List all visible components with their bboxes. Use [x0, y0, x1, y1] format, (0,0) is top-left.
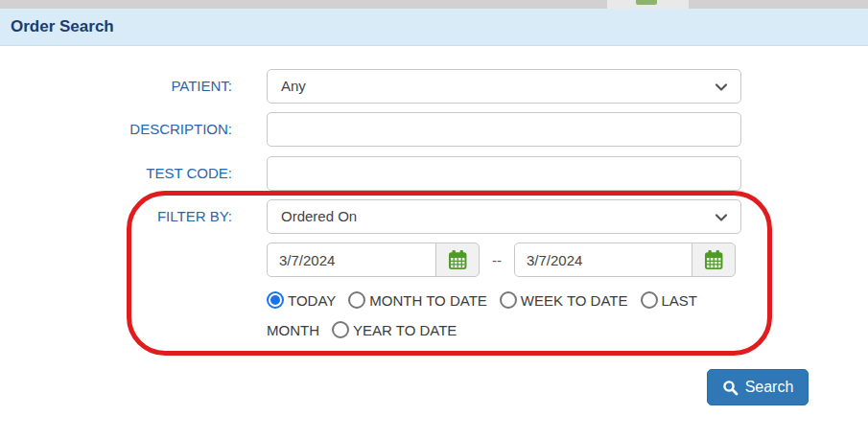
patient-row: PATIENT: Any — [0, 69, 868, 104]
test-code-input[interactable] — [267, 156, 741, 191]
patient-label: PATIENT: — [0, 69, 232, 104]
search-button[interactable]: Search — [707, 369, 809, 405]
description-input[interactable] — [267, 112, 741, 147]
date-to-input[interactable] — [514, 243, 692, 277]
test-code-row: TEST CODE: — [0, 156, 868, 191]
radio-circle-icon — [348, 291, 365, 309]
date-from-calendar-button[interactable] — [435, 243, 480, 277]
green-favicon-icon — [636, 0, 657, 5]
browser-tab-strip — [0, 0, 868, 9]
radio-year-to-date[interactable]: YEAR TO DATE — [332, 322, 457, 338]
search-button-label: Search — [745, 379, 794, 396]
patient-select[interactable]: Any — [267, 69, 741, 104]
order-search-page: Order Search PATIENT: Any DESCRIPTION: T… — [0, 0, 868, 439]
radio-week-to-date-label: WEEK TO DATE — [521, 292, 628, 309]
description-row: DESCRIPTION: — [0, 112, 868, 147]
date-range-row: -- — [0, 243, 868, 277]
page-title: Order Search — [0, 9, 868, 45]
patient-select-value: Any — [281, 78, 306, 94]
search-icon — [722, 380, 739, 396]
chevron-down-icon — [714, 210, 729, 225]
chevron-down-icon — [714, 80, 729, 95]
radio-circle-icon — [332, 321, 349, 338]
test-code-label: TEST CODE: — [0, 156, 232, 191]
quick-range-radio-group: TODAYMONTH TO DATEWEEK TO DATELAST MONTH… — [267, 286, 750, 345]
radio-week-to-date[interactable]: WEEK TO DATE — [500, 292, 628, 309]
radio-circle-icon — [267, 291, 284, 309]
date-range-separator: -- — [492, 252, 502, 268]
date-to-calendar-button[interactable] — [692, 243, 736, 277]
filter-by-select-value: Ordered On — [281, 208, 357, 224]
radio-today[interactable]: TODAY — [267, 292, 336, 309]
page-header: Order Search — [0, 9, 868, 46]
radio-year-to-date-label: YEAR TO DATE — [353, 322, 457, 338]
radio-month-to-date[interactable]: MONTH TO DATE — [348, 292, 487, 309]
filter-by-select[interactable]: Ordered On — [267, 199, 741, 234]
radio-today-label: TODAY — [288, 292, 336, 309]
description-label: DESCRIPTION: — [0, 112, 232, 147]
filter-by-label: FILTER BY: — [0, 199, 232, 234]
radio-circle-icon — [641, 291, 658, 309]
radio-month-to-date-label: MONTH TO DATE — [369, 292, 487, 309]
filter-by-row: FILTER BY: Ordered On — [0, 199, 868, 234]
calendar-icon — [447, 249, 468, 270]
radio-circle-icon — [500, 291, 517, 309]
date-from-input[interactable] — [267, 243, 436, 277]
calendar-icon — [703, 249, 724, 270]
